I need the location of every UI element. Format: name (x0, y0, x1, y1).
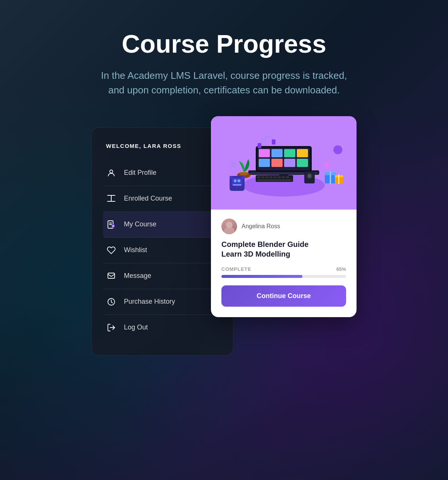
course-card: Angelina Ross Complete Blender Guide Lea… (211, 116, 357, 317)
clock-icon (106, 297, 116, 307)
sidebar-item-enrolled-course[interactable]: Enrolled Course (103, 186, 222, 212)
svg-rect-24 (261, 176, 264, 178)
ui-demo: WELCOME, LARA ROSS Edit Profile Enrolled… (91, 127, 357, 356)
svg-point-47 (234, 179, 237, 182)
progress-section: COMPLETE 65% (221, 266, 346, 278)
svg-rect-4 (108, 273, 115, 278)
sidebar-item-wishlist[interactable]: Wishlist (103, 238, 222, 263)
svg-rect-18 (259, 159, 270, 167)
svg-point-0 (110, 170, 113, 173)
progress-fill (221, 275, 302, 278)
sidebar-item-logout[interactable]: Log Out (103, 315, 222, 340)
page-title: Course Progress (93, 30, 355, 58)
welcome-text: WELCOME, LARA ROSS (103, 143, 222, 149)
svg-rect-30 (286, 176, 289, 178)
message-label: Message (124, 272, 151, 280)
svg-rect-23 (257, 176, 260, 178)
svg-point-52 (333, 145, 342, 154)
svg-rect-50 (230, 176, 233, 179)
svg-rect-43 (258, 143, 261, 148)
sidebar-item-edit-profile[interactable]: Edit Profile (103, 160, 222, 186)
svg-rect-21 (297, 159, 308, 167)
svg-point-3 (112, 225, 114, 227)
card-body: Angelina Ross Complete Blender Guide Lea… (211, 210, 357, 317)
svg-rect-44 (272, 139, 276, 145)
page-header: Course Progress In the Academy LMS Larav… (93, 30, 355, 97)
svg-point-53 (230, 162, 236, 168)
course-thumbnail (211, 116, 357, 210)
book-bookmark-icon (106, 219, 116, 230)
sidebar-item-message[interactable]: Message (103, 263, 222, 289)
heart-icon (106, 245, 116, 256)
book-open-icon (106, 193, 116, 204)
sidebar-item-purchase-history[interactable]: Purchase History (103, 289, 222, 315)
svg-rect-26 (270, 176, 273, 178)
svg-rect-29 (282, 176, 285, 178)
svg-rect-42 (338, 174, 339, 184)
progress-bar (221, 275, 346, 278)
svg-rect-39 (330, 171, 331, 184)
edit-profile-label: Edit Profile (124, 169, 156, 177)
instructor-row: Angelina Ross (221, 219, 346, 234)
svg-point-48 (237, 179, 240, 182)
svg-rect-27 (274, 176, 277, 178)
svg-rect-20 (284, 159, 295, 167)
message-icon (106, 271, 116, 281)
purchase-history-label: Purchase History (124, 298, 175, 306)
user-icon (106, 168, 116, 178)
svg-rect-14 (259, 149, 270, 157)
instructor-name: Angelina Ross (242, 223, 280, 230)
enrolled-course-label: Enrolled Course (124, 195, 172, 202)
svg-rect-25 (265, 176, 268, 178)
progress-label: COMPLETE (221, 266, 251, 272)
course-title: Complete Blender Guide Learn 3D Modellin… (221, 239, 346, 259)
svg-rect-51 (242, 176, 245, 179)
svg-point-36 (308, 174, 311, 178)
logout-icon (106, 322, 116, 333)
svg-rect-15 (271, 149, 283, 157)
svg-rect-31 (257, 179, 292, 181)
continue-course-button[interactable]: Continue Course (221, 285, 346, 307)
svg-rect-19 (271, 159, 283, 167)
svg-rect-49 (233, 184, 242, 186)
svg-rect-16 (284, 149, 295, 157)
page-subtitle: In the Academy LMS Laravel, course progr… (93, 68, 355, 97)
logout-label: Log Out (124, 323, 148, 331)
svg-rect-28 (278, 176, 281, 178)
my-course-label: My Course (124, 220, 156, 228)
progress-percent: 65% (336, 266, 346, 272)
sidebar-item-my-course[interactable]: My Course (103, 212, 222, 238)
svg-rect-33 (240, 172, 248, 175)
wishlist-label: Wishlist (124, 246, 147, 254)
avatar (221, 219, 237, 234)
svg-rect-17 (297, 149, 308, 157)
